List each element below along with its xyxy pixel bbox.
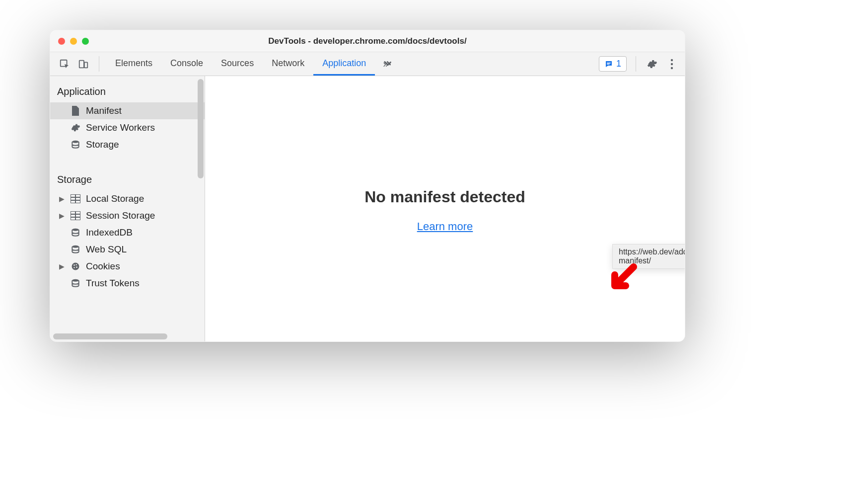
sidebar-item-label: Storage	[86, 139, 119, 150]
svg-point-18	[72, 246, 78, 248]
svg-rect-3	[607, 63, 611, 64]
sidebar-section-storage: Storage	[50, 167, 205, 190]
svg-point-22	[73, 267, 74, 268]
sidebar-item-local-storage[interactable]: ▶ Local Storage	[50, 190, 205, 207]
expand-icon[interactable]: ▶	[58, 212, 65, 220]
sidebar-horizontal-scrollbar[interactable]	[53, 333, 167, 339]
window-title: DevTools - developer.chrome.com/docs/dev…	[50, 36, 685, 46]
sidebar-item-label: Cookies	[86, 261, 120, 272]
svg-point-8	[72, 141, 78, 143]
settings-button[interactable]	[643, 52, 661, 76]
sidebar-item-label: Trust Tokens	[86, 278, 140, 289]
tab-sources[interactable]: Sources	[212, 52, 263, 76]
svg-point-21	[76, 264, 77, 265]
more-options-button[interactable]	[663, 52, 681, 76]
sidebar-item-web-sql[interactable]: Web SQL	[50, 241, 205, 258]
devtools-tabs: Elements Console Sources Network Applica…	[106, 52, 375, 76]
close-window-button[interactable]	[58, 38, 65, 45]
tab-console[interactable]: Console	[161, 52, 212, 76]
svg-point-19	[72, 263, 79, 270]
sidebar-item-service-workers[interactable]: Service Workers	[50, 119, 205, 136]
tab-elements[interactable]: Elements	[106, 52, 161, 76]
gear-icon	[647, 59, 657, 70]
database-icon	[70, 139, 81, 150]
svg-point-17	[72, 229, 78, 231]
device-toolbar-icon[interactable]	[75, 52, 92, 76]
toolbar-separator	[636, 56, 636, 72]
main-panel: No manifest detected Learn more https://…	[205, 76, 685, 341]
sidebar-item-indexeddb[interactable]: IndexedDB	[50, 224, 205, 241]
cookie-icon	[70, 261, 81, 272]
tab-application[interactable]: Application	[313, 52, 375, 76]
issues-badge[interactable]: 1	[599, 56, 627, 72]
table-icon	[70, 193, 81, 204]
svg-rect-4	[607, 64, 609, 65]
sidebar-item-label: Manifest	[86, 105, 122, 116]
database-icon	[70, 227, 81, 238]
application-sidebar: Application Manifest Service Workers	[50, 76, 205, 341]
database-icon	[70, 278, 81, 289]
svg-point-20	[73, 264, 75, 266]
svg-point-23	[76, 266, 77, 268]
chat-icon	[604, 60, 613, 69]
sidebar-item-label: Local Storage	[86, 193, 144, 204]
svg-rect-2	[84, 62, 87, 68]
expand-icon[interactable]: ▶	[58, 195, 65, 203]
expand-icon[interactable]: ▶	[58, 262, 65, 270]
sidebar-item-label: IndexedDB	[86, 227, 133, 238]
sidebar-item-trust-tokens[interactable]: Trust Tokens	[50, 275, 205, 292]
window-traffic-lights	[58, 38, 89, 45]
devtools-window: DevTools - developer.chrome.com/docs/dev…	[50, 30, 685, 342]
toolbar-separator	[99, 56, 99, 72]
kebab-icon	[670, 59, 673, 70]
sidebar-vertical-scrollbar[interactable]	[198, 79, 204, 178]
file-icon	[70, 105, 81, 116]
gear-icon	[70, 122, 81, 133]
devtools-toolbar: Elements Console Sources Network Applica…	[50, 52, 685, 76]
table-icon	[70, 210, 81, 221]
learn-more-link[interactable]: Learn more	[417, 220, 473, 233]
sidebar-item-session-storage[interactable]: ▶ Session Storage	[50, 207, 205, 224]
zoom-window-button[interactable]	[82, 38, 89, 45]
svg-point-6	[671, 63, 673, 65]
sidebar-item-storage[interactable]: Storage	[50, 136, 205, 153]
more-tabs-button[interactable]: »	[377, 52, 394, 76]
sidebar-section-application: Application	[50, 79, 205, 102]
annotation-arrow-icon	[605, 261, 640, 296]
sidebar-item-cookies[interactable]: ▶ Cookies	[50, 258, 205, 275]
sidebar-item-label: Session Storage	[86, 210, 155, 221]
database-icon	[70, 244, 81, 255]
empty-state-title: No manifest detected	[205, 188, 685, 206]
tab-network[interactable]: Network	[263, 52, 313, 76]
svg-point-5	[671, 59, 673, 61]
svg-point-24	[72, 279, 78, 282]
inspect-element-icon[interactable]	[56, 52, 73, 76]
issues-count: 1	[616, 59, 621, 69]
sidebar-item-label: Web SQL	[86, 244, 127, 255]
minimize-window-button[interactable]	[70, 38, 77, 45]
window-titlebar: DevTools - developer.chrome.com/docs/dev…	[50, 30, 685, 52]
svg-rect-1	[79, 60, 84, 68]
svg-point-7	[671, 67, 673, 69]
manifest-empty-state: No manifest detected Learn more	[205, 188, 685, 233]
sidebar-item-label: Service Workers	[86, 122, 155, 133]
sidebar-item-manifest[interactable]: Manifest	[50, 102, 205, 119]
